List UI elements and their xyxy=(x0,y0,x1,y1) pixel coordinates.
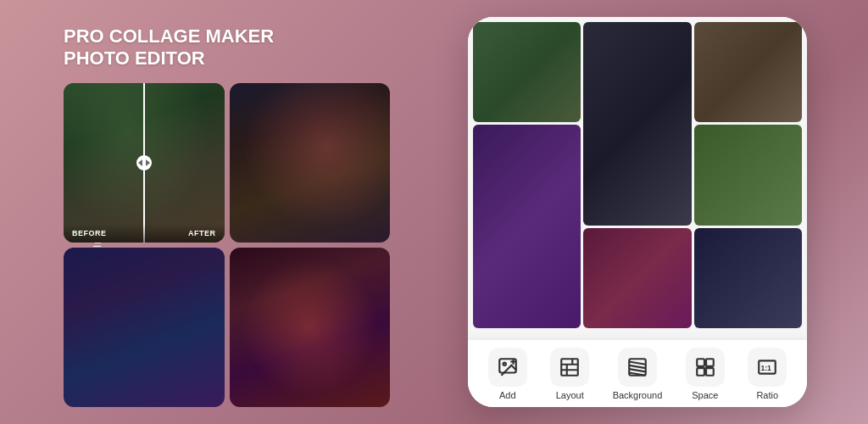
collage-preview: BEFORE AFTER xyxy=(64,83,390,407)
phone-photo-7 xyxy=(694,228,802,328)
phone-photo-4 xyxy=(473,125,581,328)
svg-rect-15 xyxy=(706,359,714,366)
ratio-label: Ratio xyxy=(756,390,778,400)
phone-toolbar: Add Layout xyxy=(468,339,807,407)
toolbar-ratio[interactable]: 1:1 Ratio xyxy=(748,348,787,400)
phone-photo-3 xyxy=(694,22,802,122)
blue-girl-photo xyxy=(64,248,225,407)
couple-photo xyxy=(230,83,391,243)
background-label: Background xyxy=(613,390,663,400)
layout-label: Layout xyxy=(556,390,584,400)
after-label: AFTER xyxy=(188,229,216,237)
phone-photo-5 xyxy=(694,125,802,225)
ratio-icon[interactable]: 1:1 xyxy=(748,348,787,387)
svg-line-12 xyxy=(629,369,646,371)
phone-photo-2 xyxy=(583,22,691,226)
blue-girl-photo-cell xyxy=(64,248,225,407)
space-icon[interactable] xyxy=(686,348,725,387)
svg-line-11 xyxy=(629,365,646,367)
background-icon[interactable] xyxy=(618,348,657,387)
right-panel: Add Layout xyxy=(407,0,868,424)
toolbar-add[interactable]: Add xyxy=(488,348,527,400)
divider-handle[interactable] xyxy=(136,155,152,170)
left-panel: Up to 10 Image Collage Layout PRO COLLAG… xyxy=(0,0,407,424)
space-label: Space xyxy=(692,390,718,400)
phone-photo-6 xyxy=(583,228,691,328)
neon-girl-photo-cell xyxy=(230,248,391,407)
svg-rect-4 xyxy=(561,359,578,376)
toolbar-space[interactable]: Space xyxy=(686,348,725,400)
title-block: PRO COLLAGE MAKER PHOTO EDITOR xyxy=(64,25,390,70)
add-label: Add xyxy=(499,390,516,400)
svg-text:1:1: 1:1 xyxy=(761,364,772,372)
phone-content: Add Layout xyxy=(468,17,807,407)
svg-point-1 xyxy=(503,362,505,365)
before-after-cell: BEFORE AFTER xyxy=(64,83,225,243)
svg-rect-17 xyxy=(706,368,714,376)
svg-line-10 xyxy=(629,361,646,364)
svg-rect-14 xyxy=(697,359,704,366)
svg-rect-16 xyxy=(697,368,704,376)
toolbar-background[interactable]: Background xyxy=(613,348,663,400)
couple-photo-cell xyxy=(230,83,391,243)
toolbar-layout[interactable]: Layout xyxy=(550,348,589,400)
phone-photo-1 xyxy=(473,22,581,122)
add-photo-icon[interactable] xyxy=(488,348,527,387)
phone-mockup: Add Layout xyxy=(468,17,807,407)
app-title: PRO COLLAGE MAKER PHOTO EDITOR xyxy=(64,25,390,70)
neon-girl-photo xyxy=(230,248,391,407)
before-label: BEFORE xyxy=(72,229,107,237)
layout-icon[interactable] xyxy=(550,348,589,387)
before-after-overlay: BEFORE AFTER xyxy=(64,224,225,243)
